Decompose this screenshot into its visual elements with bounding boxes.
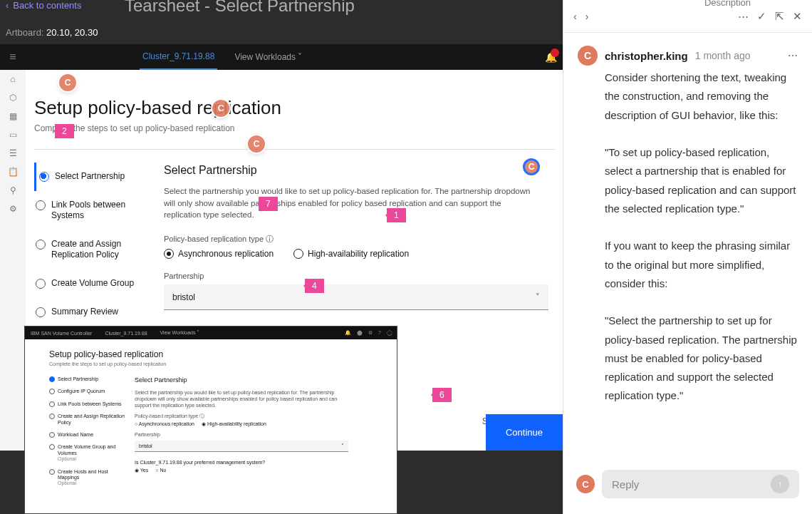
avatar: C xyxy=(576,475,595,493)
annotation-tag-7[interactable]: 7 xyxy=(259,197,278,211)
clipboard-icon[interactable]: 📋 xyxy=(8,167,19,177)
gear-icon[interactable]: ⚙ xyxy=(9,204,17,214)
content-title: Select Partnership xyxy=(164,164,556,177)
thumb-no: ○ No xyxy=(155,467,166,473)
home-icon[interactable]: ⌂ xyxy=(10,74,15,84)
artboard-label: Artboard: xyxy=(6,27,43,38)
wizard-steps: Select Partnership Link Pools between Sy… xyxy=(34,150,148,350)
radio-ha[interactable]: High-availability replication xyxy=(293,249,409,259)
layers-icon[interactable]: ☰ xyxy=(9,148,17,158)
thumb-title: Setup policy-based replication xyxy=(49,349,391,359)
chevron-left-icon: ‹ xyxy=(6,0,9,11)
comment-username: christopher.king xyxy=(605,50,688,62)
thumb-radio-async: ○ Asynchronous replication xyxy=(135,421,194,427)
annotation-tag-1[interactable]: 1 xyxy=(387,208,406,222)
more-icon[interactable]: ⋯ xyxy=(738,10,749,23)
user-icon[interactable]: ⚲ xyxy=(10,185,16,195)
chart-icon[interactable]: ⬡ xyxy=(9,93,16,103)
thumb-rep-label: Policy-based replication type ⓘ xyxy=(135,413,348,419)
step-indicator-icon xyxy=(36,240,46,250)
step-indicator-icon xyxy=(39,172,49,182)
partnership-label: Partnership xyxy=(164,272,556,280)
thumb-help-icon: ? xyxy=(378,330,381,336)
thumb-gear-icon: ⚙ xyxy=(368,330,373,336)
thumb-user-icon: ◯ xyxy=(387,330,392,336)
annotation-tag-6[interactable]: 6 xyxy=(432,388,452,402)
radio-icon xyxy=(164,249,174,259)
comment-marker-c-active[interactable]: C xyxy=(523,158,540,175)
view-workloads-tab[interactable]: View Workloads ˅ xyxy=(234,52,302,62)
thumb-step: Workload Name xyxy=(49,432,127,438)
back-link[interactable]: ‹ Back to contents xyxy=(6,0,81,11)
comment-text: Consider shortening the text, tweaking t… xyxy=(605,68,798,406)
avatar: C xyxy=(578,46,598,66)
thumb-content-desc: Select the partnership you would like to… xyxy=(135,389,348,408)
comment-marker-c[interactable]: C xyxy=(59,74,76,91)
step-label: Link Pools between Systems xyxy=(51,200,144,222)
partnership-select[interactable]: bristol ˅ xyxy=(164,284,548,310)
reply-input[interactable]: Reply ↑ xyxy=(602,470,799,498)
hamburger-icon[interactable]: ≡ xyxy=(0,51,26,63)
artboard-thumbnail[interactable]: IBM SAN Volume Controller Cluster_9.71.1… xyxy=(24,326,397,514)
reply-placeholder: Reply xyxy=(612,478,639,490)
bell-icon[interactable]: 🔔 xyxy=(545,51,557,63)
radio-async[interactable]: Asynchronous replication xyxy=(164,249,274,259)
radio-label: High-availability replication xyxy=(308,249,409,259)
page-title: Tearsheet - Select Partnership xyxy=(125,0,355,16)
cluster-tab[interactable]: Cluster_9.71.19.88 xyxy=(140,44,217,70)
step-select-partnership[interactable]: Select Partnership xyxy=(34,163,148,191)
content-desc: Select the partnership you would like to… xyxy=(164,185,534,221)
thumb-select: bristol˅ xyxy=(135,441,348,452)
thumb-bell-icon: 🔔 xyxy=(345,330,351,336)
continue-button[interactable]: Continue xyxy=(486,414,563,451)
chevron-down-icon: ˅ xyxy=(536,292,540,302)
view-workloads-label: View Workloads xyxy=(234,52,296,62)
step-indicator-icon xyxy=(36,307,46,317)
step-summary[interactable]: Summary Review xyxy=(34,298,148,327)
monitor-icon[interactable]: ▭ xyxy=(9,130,17,140)
thumb-step: Link Pools between Systems xyxy=(49,401,127,407)
thumb-view: View Workloads ˅ xyxy=(160,330,200,336)
annotation-tag-2[interactable]: 2 xyxy=(55,124,74,138)
comment-marker-c[interactable]: C xyxy=(212,100,229,117)
send-icon[interactable]: ↑ xyxy=(771,475,789,493)
step-create-policy[interactable]: Create and Assign Replication Policy xyxy=(34,230,148,269)
info-icon[interactable]: ⓘ xyxy=(266,235,274,243)
comment-marker-c[interactable]: C xyxy=(248,135,265,153)
thumb-content-title: Select Partnership xyxy=(135,376,348,385)
step-indicator-icon xyxy=(36,200,46,210)
thumb-dot-icon: ⬤ xyxy=(357,330,363,336)
comment-menu-icon[interactable]: ⋯ xyxy=(788,50,798,61)
artboard-coords: 20.10, 20.30 xyxy=(46,27,98,38)
thumb-step: Select Partnership xyxy=(49,376,127,382)
thumb-radio-ha: ◉ High-availability replication xyxy=(202,421,266,427)
rep-type-label: Policy-based replication type ⓘ xyxy=(164,234,556,245)
thumb-cluster: Cluster_9.71.19.88 xyxy=(105,331,147,336)
radio-icon xyxy=(293,249,303,259)
grid-icon[interactable]: ▦ xyxy=(9,111,17,121)
annotation-tag-4[interactable]: 4 xyxy=(305,279,324,293)
thumb-step: Create Hosts and Host MappingsOptional xyxy=(49,469,127,487)
comment-timestamp: 1 month ago xyxy=(695,50,751,61)
step-indicator-icon xyxy=(36,279,46,289)
thumb-sub: Complete the steps to set up policy-base… xyxy=(49,361,391,366)
prev-comment-icon[interactable]: ‹ xyxy=(573,11,577,22)
chevron-down-icon: ˅ xyxy=(298,52,302,62)
app-topbar: ≡ Cluster_9.71.19.88 View Workloads ˅ 🔔 xyxy=(0,44,563,70)
comment-panel: ‹ › ⋯ ✓ ⇱ ✕ C christopher.king 1 month a… xyxy=(563,0,812,514)
wizard-title: Setup policy-based replication xyxy=(34,97,556,119)
thumb-product: IBM SAN Volume Controller xyxy=(31,331,92,336)
popout-icon[interactable]: ⇱ xyxy=(775,10,784,23)
artboard-info: Artboard: 20.10, 20.30 xyxy=(0,27,563,38)
resolve-icon[interactable]: ✓ xyxy=(757,10,766,23)
thumb-plabel: Partnership xyxy=(135,431,348,438)
step-label: Select Partnership xyxy=(55,171,125,183)
step-label: Create and Assign Replication Policy xyxy=(51,239,144,261)
close-icon[interactable]: ✕ xyxy=(793,10,802,23)
select-value: bristol xyxy=(172,292,195,302)
left-icon-rail: ⌂ ⬡ ▦ ▭ ☰ 📋 ⚲ ⚙ xyxy=(0,70,26,451)
thumb-question: Is Cluster_9.71.19.88 your preferred man… xyxy=(135,459,348,466)
step-create-volume[interactable]: Create Volume Group xyxy=(34,269,148,298)
next-comment-icon[interactable]: › xyxy=(585,11,589,22)
step-link-pools[interactable]: Link Pools between Systems xyxy=(34,191,148,230)
